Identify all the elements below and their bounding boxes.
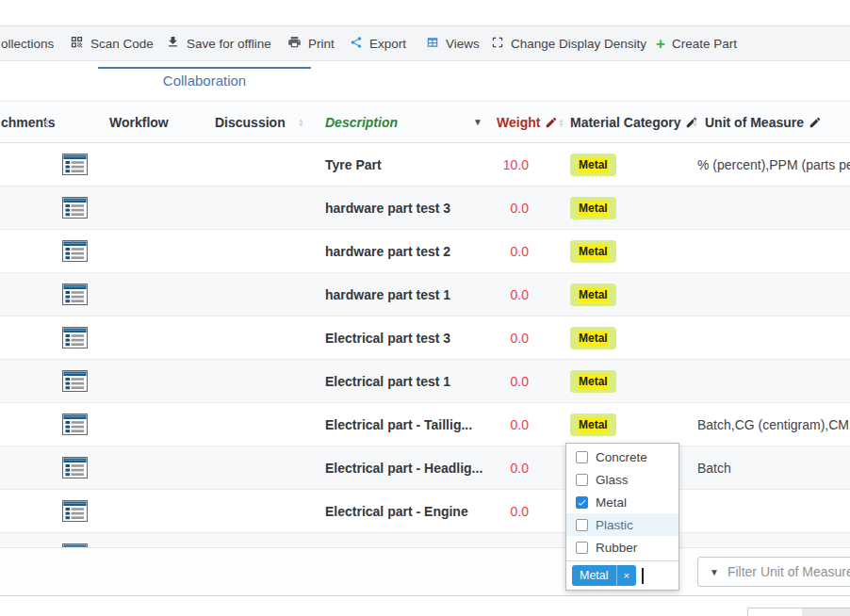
column-header-weight[interactable]: Weight <box>497 102 558 142</box>
column-header-material-category[interactable]: Material Category <box>570 102 698 142</box>
option-label: Plastic <box>596 518 633 532</box>
workflow-list-icon[interactable] <box>62 240 88 265</box>
part-unit-of-measure: Batch <box>697 461 731 476</box>
part-weight: 0.0 <box>443 331 529 346</box>
edit-pencil-icon[interactable] <box>545 116 558 129</box>
print-label: Print <box>308 37 335 51</box>
tab-active-indicator <box>98 67 311 69</box>
table-row[interactable]: Electrical part - Headlig... 0.0 Metal B… <box>0 446 850 490</box>
material-badge-text: Metal <box>579 244 608 259</box>
table-row[interactable]: Electrical part - Engine 0.0 Metal <box>0 490 850 533</box>
save-for-offline-label: Save for offline <box>187 37 271 51</box>
column-header-unit-of-measure[interactable]: Unit of Measure <box>705 102 822 142</box>
filter-dropdown-icon[interactable]: ▼ <box>710 567 719 577</box>
partial-bottom-widget[interactable] <box>747 608 850 616</box>
part-description: hardware part test 2 <box>325 244 450 259</box>
filter-uom-placeholder: Filter Unit of Measure <box>727 564 850 579</box>
table-row[interactable]: hardware part test 1 0.0 Metal <box>0 273 850 316</box>
change-display-density-button[interactable]: Change Display Density <box>491 26 646 60</box>
scan-code-button[interactable]: Scan Code <box>70 26 154 60</box>
workflow-list-icon[interactable] <box>62 284 88 308</box>
option-checkbox[interactable] <box>576 474 588 486</box>
material-category-badge: Metal <box>570 154 616 176</box>
material-category-badge: Metal <box>570 240 616 263</box>
material-filter-option[interactable]: Rubber <box>566 536 678 559</box>
weight-header-label: Weight <box>497 115 540 130</box>
material-badge-text: Metal <box>579 287 608 302</box>
material-badge-text: Metal <box>579 201 608 216</box>
workflow-list-icon[interactable] <box>62 327 88 351</box>
edit-pencil-icon[interactable] <box>809 116 822 129</box>
table-row[interactable]: Electrical part - Taillig... 0.0 Metal B… <box>0 403 850 446</box>
workflow-list-icon[interactable] <box>62 413 88 438</box>
table-row[interactable]: Electrical part test 3 0.0 Metal <box>0 316 850 360</box>
workflow-list-icon[interactable] <box>62 457 88 481</box>
sort-desc-icon[interactable]: ▼ <box>473 102 482 142</box>
table-row[interactable] <box>0 533 850 547</box>
part-weight: 0.0 <box>443 417 529 432</box>
remove-chip-button[interactable]: × <box>616 565 636 586</box>
save-for-offline-button[interactable]: Save for offline <box>166 26 271 60</box>
sort-icon[interactable]: ▲▼ <box>298 102 304 142</box>
part-unit-of-measure: Batch,CG (centigram),CM (ce <box>697 417 850 432</box>
partial-widget-segment <box>802 608 850 616</box>
material-filter-option[interactable]: Plastic <box>566 513 678 536</box>
workflow-list-icon[interactable] <box>62 500 88 525</box>
workflow-header-label: Workflow <box>109 115 169 130</box>
table-row[interactable]: Tyre Part 10.0 Metal % (percent),PPM (pa… <box>0 143 850 186</box>
workflow-list-icon[interactable] <box>62 370 88 395</box>
table-row[interactable]: hardware part test 3 0.0 Metal <box>0 186 850 230</box>
column-header-discussion[interactable]: Discussion <box>215 102 286 142</box>
part-weight: 0.0 <box>443 201 529 216</box>
option-label: Rubber <box>596 541 637 555</box>
option-checkbox[interactable] <box>576 496 588 509</box>
collections-button[interactable]: ollections <box>1 26 54 60</box>
material-category-filter-dropdown: Concrete Glass Metal Plastic Rubber Met <box>565 443 679 591</box>
collections-label: ollections <box>1 37 54 51</box>
material-category-badge: Metal <box>570 413 616 436</box>
create-part-button[interactable]: + Create Part <box>656 26 737 60</box>
part-description: Electrical part test 1 <box>325 374 450 389</box>
export-label: Export <box>369 37 406 51</box>
column-header-workflow[interactable]: Workflow <box>109 102 169 142</box>
printer-icon <box>287 35 302 52</box>
option-checkbox[interactable] <box>576 542 588 554</box>
material-category-badge: Metal <box>570 327 616 349</box>
filter-unit-of-measure-input[interactable]: ▼ Filter Unit of Measure <box>697 557 850 587</box>
material-filter-option[interactable]: Glass <box>566 468 678 491</box>
tab-collaboration[interactable]: Collaboration <box>98 73 311 89</box>
column-filter-row: ▼ Filter Unit of Measure <box>0 547 850 596</box>
material-category-badge: Metal <box>570 370 616 393</box>
workflow-list-icon[interactable] <box>62 197 88 221</box>
selected-material-chip: Metal × <box>572 565 636 586</box>
discussion-header-label: Discussion <box>215 115 286 130</box>
material-filter-input[interactable]: Metal × <box>566 561 678 590</box>
column-header-description[interactable]: Description <box>325 102 398 142</box>
print-button[interactable]: Print <box>287 26 335 60</box>
table-header: chments ▲▼ Workflow Discussion ▲▼ Descri… <box>0 101 850 143</box>
option-label: Concrete <box>596 450 647 464</box>
part-weight: 0.0 <box>443 244 529 259</box>
table-rows: Tyre Part 10.0 Metal % (percent),PPM (pa… <box>0 143 850 547</box>
material-category-badge: Metal <box>570 284 616 306</box>
material-filter-option[interactable]: Metal <box>566 491 678 513</box>
views-label: Views <box>446 37 480 51</box>
part-weight: 0.0 <box>443 374 529 389</box>
download-icon <box>166 35 180 52</box>
part-description: Electrical part test 3 <box>325 331 450 346</box>
unit-of-measure-header-label: Unit of Measure <box>705 115 804 130</box>
views-button[interactable]: Views <box>426 26 480 60</box>
sort-icon[interactable]: ▲▼ <box>43 102 50 142</box>
option-checkbox[interactable] <box>576 451 588 463</box>
sort-icon[interactable]: ▲▼ <box>692 102 698 142</box>
material-badge-text: Metal <box>579 374 608 389</box>
export-button[interactable]: Export <box>350 26 406 60</box>
material-filter-options: Concrete Glass Metal Plastic Rubber <box>566 444 678 561</box>
table-row[interactable]: hardware part test 2 0.0 Metal <box>0 230 850 273</box>
material-filter-option[interactable]: Concrete <box>566 446 678 468</box>
table-row[interactable]: Electrical part test 1 0.0 Metal <box>0 360 850 403</box>
sort-icon[interactable]: ▲▼ <box>558 102 564 142</box>
workflow-list-icon[interactable] <box>62 154 88 178</box>
table-grid-icon <box>426 36 439 52</box>
option-checkbox[interactable] <box>576 519 588 531</box>
